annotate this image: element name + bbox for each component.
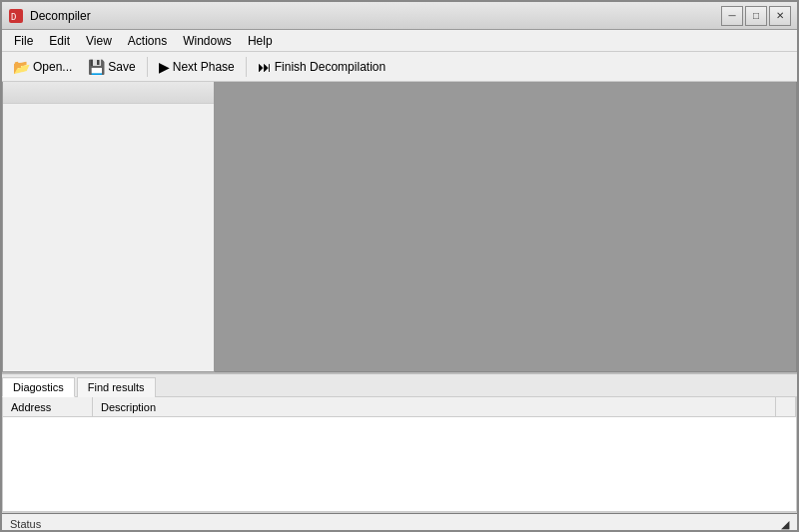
finish-decompilation-icon: ⏭ xyxy=(258,59,272,75)
resize-grip-icon: ◢ xyxy=(781,518,789,531)
title-bar: D Decompiler ─ □ ✕ xyxy=(2,2,797,30)
svg-text:D: D xyxy=(11,12,16,22)
right-panel xyxy=(215,82,797,372)
next-phase-button[interactable]: ▶ Next Phase xyxy=(152,55,242,79)
left-panel xyxy=(2,82,215,372)
menu-view[interactable]: View xyxy=(78,32,120,50)
col-header-extra xyxy=(776,397,796,416)
table-header: Address Description xyxy=(3,397,796,417)
main-window: D Decompiler ─ □ ✕ File Edit View Action… xyxy=(0,0,799,532)
bottom-content: Address Description xyxy=(2,397,797,512)
panels-row xyxy=(2,82,797,372)
title-text: Decompiler xyxy=(30,9,91,23)
col-header-address: Address xyxy=(3,397,93,416)
menu-windows[interactable]: Windows xyxy=(175,32,240,50)
status-text: Status xyxy=(10,518,41,530)
menu-edit[interactable]: Edit xyxy=(41,32,78,50)
menu-help[interactable]: Help xyxy=(240,32,281,50)
content-wrapper: Diagostics Find results Address Descript… xyxy=(2,82,797,512)
minimize-button[interactable]: ─ xyxy=(721,6,743,26)
menu-file[interactable]: File xyxy=(6,32,41,50)
title-left: D Decompiler xyxy=(8,8,91,24)
toolbar-separator-1 xyxy=(147,57,148,77)
tab-find-results[interactable]: Find results xyxy=(77,377,156,397)
maximize-button[interactable]: □ xyxy=(745,6,767,26)
folder-open-icon: 📂 xyxy=(13,59,30,75)
menu-actions[interactable]: Actions xyxy=(120,32,175,50)
close-button[interactable]: ✕ xyxy=(769,6,791,26)
toolbar-separator-2 xyxy=(246,57,247,77)
menu-bar: File Edit View Actions Windows Help xyxy=(2,30,797,52)
title-controls: ─ □ ✕ xyxy=(721,6,791,26)
save-button[interactable]: 💾 Save xyxy=(81,55,142,79)
col-header-description: Description xyxy=(93,397,776,416)
status-bar: Status ◢ xyxy=(2,512,797,532)
bottom-panel: Diagostics Find results Address Descript… xyxy=(2,372,797,512)
bottom-tabs: Diagostics Find results xyxy=(2,374,797,397)
tab-diagnostics[interactable]: Diagostics xyxy=(2,377,75,397)
next-phase-icon: ▶ xyxy=(159,59,170,75)
toolbar: 📂 Open... 💾 Save ▶ Next Phase ⏭ Finish D… xyxy=(2,52,797,82)
open-button[interactable]: 📂 Open... xyxy=(6,55,79,79)
finish-decompilation-button[interactable]: ⏭ Finish Decompilation xyxy=(251,55,393,79)
save-icon: 💾 xyxy=(88,59,105,75)
left-panel-header xyxy=(3,82,214,104)
table-body xyxy=(3,417,796,511)
app-icon: D xyxy=(8,8,24,24)
